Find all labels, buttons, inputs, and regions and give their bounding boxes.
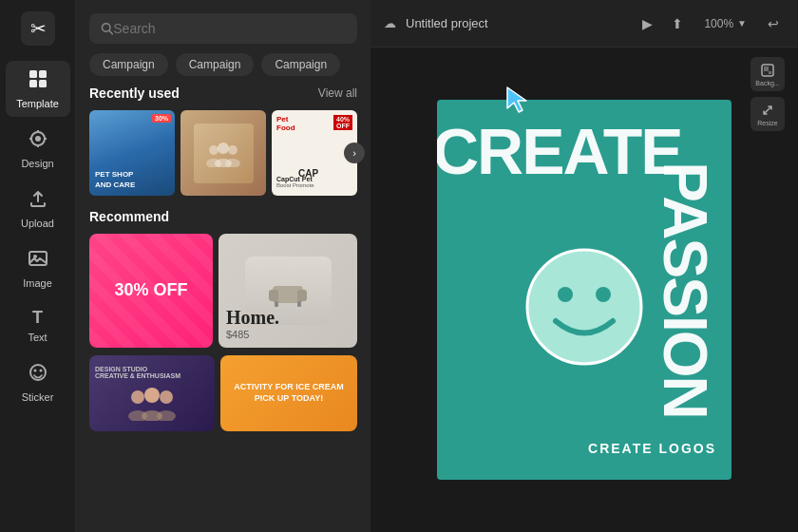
campaign-tag-3[interactable]: Campaign	[261, 53, 340, 76]
svg-rect-26	[269, 290, 278, 301]
pet-food-label: PetFood	[276, 115, 295, 132]
campaign-tag-1[interactable]: Campaign	[89, 53, 168, 76]
resize-label: Resize	[757, 120, 777, 126]
canvas-create-text: CREATE	[437, 114, 682, 188]
canvas-area[interactable]: CREATE PASSION CREATE LOGOS	[370, 48, 798, 532]
template-thumb-group[interactable]	[180, 110, 266, 196]
sidebar-item-design[interactable]: Design	[6, 121, 70, 177]
recommend-card-people[interactable]: DESIGN STUDIOCREATIVE & ENTHUSIASM	[89, 355, 215, 431]
toolbar: ☁ Untitled project ▶ ⬆ 100% ▼ ↩	[370, 0, 798, 48]
template-thumb-pet-shop[interactable]: 30% PET SHOPAND CARE	[89, 110, 175, 196]
svg-point-39	[527, 250, 641, 364]
recently-used-next-button[interactable]: ›	[344, 142, 365, 163]
svg-point-19	[209, 145, 218, 155]
recommend-section: Recommend 30% OFF	[89, 209, 357, 431]
svg-rect-27	[297, 290, 307, 301]
project-name[interactable]: Untitled project	[406, 16, 627, 30]
sidebar-item-upload-label: Upload	[21, 218, 54, 229]
sidebar-item-sticker[interactable]: Sticker	[6, 354, 70, 410]
share-button[interactable]: ⬆	[666, 12, 689, 35]
sidebar-item-template-label: Template	[16, 98, 59, 109]
svg-point-31	[144, 388, 160, 403]
recommend-header: Recommend	[89, 209, 357, 224]
panel-content: Recently used View all 30% PET SHOPAND C…	[76, 86, 370, 532]
svg-text:✂: ✂	[29, 18, 46, 39]
cloud-icon: ☁	[384, 16, 396, 30]
recently-used-title: Recently used	[89, 86, 180, 101]
svg-rect-37	[764, 66, 769, 71]
recommend-row2: DESIGN STUDIOCREATIVE & ENTHUSIASM	[89, 355, 357, 431]
group-photo-icon	[204, 139, 242, 167]
canvas-logos-text: CREATE LOGOS	[588, 441, 716, 456]
recommend-title: Recommend	[89, 209, 169, 224]
icecream-card-text: ACTIVITY FOR ICE CREAM PICK UP TODAY!	[226, 382, 352, 404]
sidebar-item-sticker-label: Sticker	[22, 391, 54, 403]
sticker-icon	[28, 362, 48, 388]
svg-rect-29	[297, 301, 301, 307]
play-button[interactable]: ▶	[636, 12, 658, 35]
resize-icon	[760, 103, 775, 118]
svg-point-7	[35, 136, 41, 142]
svg-line-18	[109, 30, 112, 33]
recommend-card-sale[interactable]: 30% OFF	[89, 234, 213, 348]
sidebar-item-text[interactable]: T Text	[6, 300, 70, 351]
badge-30-percent: 30%	[152, 114, 171, 123]
svg-point-32	[160, 390, 173, 404]
svg-rect-38	[769, 71, 771, 74]
canvas-smiley	[522, 245, 646, 372]
svg-rect-5	[39, 80, 47, 87]
svg-point-21	[228, 145, 238, 155]
people-card-label: DESIGN STUDIOCREATIVE & ENTHUSIASM	[95, 366, 180, 379]
sidebar-item-text-label: Text	[28, 332, 47, 343]
svg-rect-2	[29, 70, 37, 78]
recommend-grid: 30% OFF	[89, 234, 357, 348]
resize-tool-button[interactable]: Resize	[750, 97, 785, 131]
right-tools: Backg... Resize	[750, 57, 785, 131]
svg-point-41	[596, 287, 611, 302]
sidebar-item-image[interactable]: Image	[6, 240, 70, 296]
svg-point-20	[218, 142, 229, 154]
recently-used-row: 30% PET SHOPAND CARE	[89, 110, 357, 196]
recently-used-header: Recently used View all	[89, 86, 357, 101]
template-icon	[28, 68, 48, 94]
background-tool-button[interactable]: Backg...	[750, 57, 785, 91]
upload-icon	[28, 188, 48, 214]
home-card-text: Home. $485	[226, 307, 279, 340]
sidebar-item-design-label: Design	[21, 158, 53, 169]
toolbar-actions: ▶ ⬆ 100% ▼ ↩	[636, 12, 785, 35]
sidebar-item-upload[interactable]: Upload	[6, 180, 70, 237]
search-bar[interactable]	[89, 13, 357, 44]
canvas-passion-text: PASSION	[649, 162, 719, 417]
search-icon	[101, 22, 113, 35]
design-icon	[28, 128, 48, 154]
template-panel: Campaign Campaign Campaign Recently used…	[76, 0, 370, 532]
main-area: ☁ Untitled project ▶ ⬆ 100% ▼ ↩ Backg...	[370, 0, 798, 532]
cap-text: CAP	[298, 168, 318, 179]
undo-button[interactable]: ↩	[762, 12, 785, 35]
canvas-content: CREATE PASSION CREATE LOGOS	[437, 100, 732, 480]
sidebar-item-image-label: Image	[23, 277, 52, 289]
image-icon	[28, 248, 48, 274]
app-logo[interactable]: ✂	[21, 11, 55, 46]
svg-point-16	[39, 370, 42, 372]
recommend-card-icecream[interactable]: ACTIVITY FOR ICE CREAM PICK UP TODAY!	[220, 355, 357, 431]
background-icon	[760, 63, 775, 78]
chevron-down-icon: ▼	[737, 18, 747, 28]
svg-rect-12	[29, 252, 47, 265]
sidebar-item-template[interactable]: Template	[6, 61, 70, 117]
svg-point-40	[558, 287, 573, 302]
recommend-card-home[interactable]: Home. $485	[218, 234, 357, 348]
canvas[interactable]: CREATE PASSION CREATE LOGOS	[437, 100, 732, 480]
svg-rect-3	[39, 70, 47, 78]
campaign-tag-2[interactable]: Campaign	[176, 53, 255, 76]
zoom-control[interactable]: 100% ▼	[696, 13, 754, 34]
background-label: Backg...	[755, 80, 779, 86]
sidebar: ✂ Template Design	[0, 0, 76, 532]
svg-point-35	[157, 410, 176, 421]
svg-rect-4	[29, 80, 37, 87]
search-input[interactable]	[113, 21, 346, 36]
svg-point-15	[33, 370, 36, 372]
pet-shop-label: PET SHOPAND CARE	[95, 170, 169, 190]
view-all-button[interactable]: View all	[318, 86, 357, 100]
pet-off-badge: 40%OFF	[333, 115, 352, 130]
